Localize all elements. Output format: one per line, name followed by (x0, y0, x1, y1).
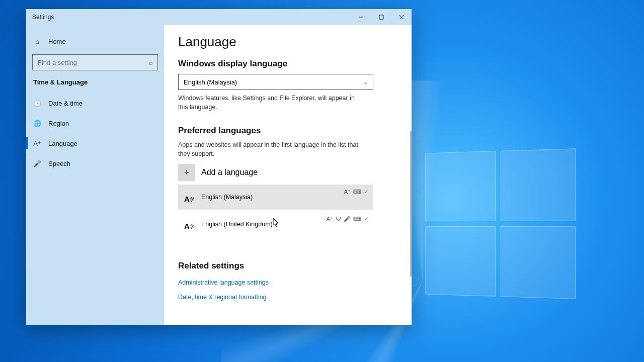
language-feature-icons: A⁺ 🗨 🎤 ⌨ ✓ (327, 216, 368, 222)
chevron-down-icon: ⌄ (363, 79, 368, 85)
minimize-button[interactable] (351, 9, 371, 25)
search-input[interactable] (32, 54, 158, 70)
add-language-label: Add a language (201, 168, 258, 177)
sidebar-item-language[interactable]: A⁺ Language (26, 133, 164, 153)
sidebar-item-label: Region (48, 120, 69, 127)
sidebar-item-label: Home (48, 38, 66, 45)
sidebar-item-label: Date & time (48, 100, 83, 107)
language-row[interactable]: A字 English (United Kingdom) A⁺ 🗨 🎤 ⌨ ✓ (178, 212, 373, 237)
dropdown-value: English (Malaysia) (184, 78, 237, 86)
sidebar-section-title: Time & Language (26, 73, 164, 89)
related-settings-heading: Related settings (178, 261, 397, 271)
language-row[interactable]: A字 English (Malaysia) A⁺ ⌨ ✓ (178, 185, 373, 210)
language-icon: A⁺ (33, 140, 41, 147)
display-language-dropdown[interactable]: English (Malaysia) ⌄ (178, 74, 373, 90)
search-icon: ⌕ (149, 59, 153, 66)
sidebar-item-label: Language (48, 140, 77, 147)
language-glyph-icon: A字 (183, 218, 195, 230)
sidebar-item-region[interactable]: 🌐 Region (26, 113, 164, 133)
clock-icon: 🕓 (33, 100, 41, 107)
link-admin-language[interactable]: Administrative language settings (178, 279, 269, 286)
add-language-button[interactable]: + Add a language (178, 162, 373, 183)
display-language-desc: Windows features, like Settings and File… (178, 94, 364, 112)
preferred-languages-desc: Apps and websites will appear in the fir… (178, 141, 364, 158)
language-glyph-icon: A字 (183, 191, 195, 203)
svg-rect-1 (379, 15, 383, 19)
settings-window: Settings ⌂ Home ⌕ Time & Language 🕓 (26, 9, 412, 325)
scrollbar[interactable] (410, 131, 412, 277)
sidebar-item-date-time[interactable]: 🕓 Date & time (26, 93, 164, 113)
sidebar-item-home[interactable]: ⌂ Home (26, 31, 164, 51)
home-icon: ⌂ (33, 38, 41, 45)
plus-icon: + (178, 164, 195, 181)
page-title: Language (178, 34, 397, 50)
language-name: English (Malaysia) (201, 194, 253, 201)
display-language-heading: Windows display language (178, 59, 397, 69)
maximize-button[interactable] (371, 9, 391, 25)
titlebar[interactable]: Settings (26, 9, 412, 25)
sidebar-item-speech[interactable]: 🎤 Speech (26, 153, 164, 173)
sidebar-item-label: Speech (48, 160, 70, 167)
preferred-languages-heading: Preferred languages (178, 126, 397, 136)
windows-logo-icon (425, 148, 576, 299)
globe-icon: 🌐 (33, 120, 41, 127)
close-button[interactable] (391, 9, 412, 25)
mic-icon: 🎤 (33, 160, 41, 167)
link-date-regional[interactable]: Date, time & regional formatting (178, 294, 267, 301)
content-pane: Language Windows display language Englis… (164, 25, 412, 325)
language-feature-icons: A⁺ ⌨ ✓ (344, 189, 368, 195)
window-title: Settings (32, 14, 54, 21)
language-name: English (United Kingdom) (201, 221, 273, 228)
sidebar: ⌂ Home ⌕ Time & Language 🕓 Date & time 🌐… (26, 25, 164, 325)
